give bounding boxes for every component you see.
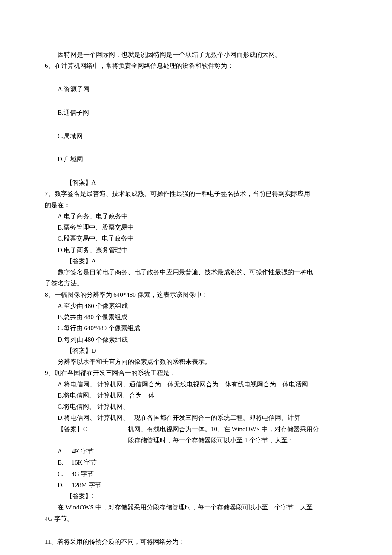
q10-option-a: A. 4K 字节 (45, 446, 347, 457)
q9-float-explanation: 现在各国都在开发三网合一的系统工程。即将电信网、计算 机网、有线电视网合为一体。… (134, 412, 347, 446)
q9-float-line2: 机网、有线电视网合为一体。10、在 WindOWS 中，对存储器采用分 (134, 424, 347, 435)
q8-answer: 【答案】D (45, 345, 347, 356)
q10-option-c: C. 4G 字节 (45, 468, 347, 479)
q8-option-a: A.至少由 480 个像素组成 (45, 300, 347, 311)
q7-option-a: A.电子商务、电子政务中 (45, 211, 347, 222)
q9-option-a: A.将电信网、 计算机网、通信网合为一体无线电视网合为一体有线电视网合为一体电话… (45, 379, 347, 390)
q9-stem: 9、现在各国都在开发三网合一的系统工程是： (45, 367, 347, 378)
q9-float-line3: 段存储管理时，每一个存储器段可以小至 1 个字节，大至： (134, 435, 347, 446)
q10-option-b: B. 16K 字节 (45, 457, 347, 468)
q8-stem: 8、一幅图像的分辨率为 640*480 像素，这表示该图像中： (45, 289, 347, 300)
q7-explanation-line2: 子签名方法。 (45, 278, 347, 289)
q6-stem: 6、在计算机网络中，常将负责全网络信息处理的设备和软件称为： (45, 60, 347, 71)
q9-wrap-block: 现在各国都在开发三网合一的系统工程。即将电信网、计算 机网、有线电视网合为一体。… (45, 412, 347, 446)
q6-option-c: C.局域网 (45, 131, 347, 142)
q8-option-c: C.每行由 640*480 个像素组成 (45, 323, 347, 334)
q6-option-d: D.广域网 (45, 154, 347, 165)
q7-option-b: B.票务管理中、股票交易中 (45, 222, 347, 233)
q6-option-a: A.资源子网 (45, 84, 347, 95)
q10-explanation-line2: 4G 字节。 (45, 513, 347, 524)
document-page: 因特网是一个网际网，也就是说因特网是一个联结了无数个小网而形成的大网。 6、在计… (0, 0, 392, 555)
q7-option-d: D.电子商务、票务管理中 (45, 244, 347, 256)
q10-explanation-line1: 在 WindOWS 中，对存储器采用分段存储管理时，每一个存储器段可以小至 1 … (45, 502, 347, 513)
q6-answer: 【答案】A (45, 177, 347, 188)
q11-stem: 11、若将采用的传输介质的不同，可将网络分为： (45, 536, 347, 547)
intro-line: 因特网是一个网际网，也就是说因特网是一个联结了无数个小网而形成的大网。 (45, 49, 347, 60)
q7-option-c: C.股票交易中、电子政务中 (45, 233, 347, 244)
q9-float-line1: 现在各国都在开发三网合一的系统工程。即将电信网、计算 (134, 412, 347, 423)
q7-explanation-line1: 数字签名是目前电子商务、电子政务中应用最普遍、技术最成熟的、可操作性最强的一种电 (45, 267, 347, 278)
q7-stem-line2: 的是在： (45, 200, 347, 211)
q8-option-d: D.每列由 480 个像素组成 (45, 334, 347, 345)
q7-answer: 【答案】A (45, 256, 347, 267)
q8-option-b: B.总共由 480 个像素组成 (45, 311, 347, 323)
q9-option-b: B.将电信网、 计算机网、合为一体 (45, 390, 347, 401)
q10-option-d: D. 128M 字节 (45, 479, 347, 491)
q10-answer: 【答案】C (45, 491, 347, 502)
q7-stem-line1: 7、数字签名是最普遍、技术最成熟、可操作性最强的一种电子签名技术，当前已得到实际… (45, 188, 347, 199)
q9-option-c: C.将电信网、 计算机网、 (45, 401, 347, 412)
q8-explanation: 分辨率以水平和垂直方向的像素点个数的乘积来表示。 (45, 356, 347, 367)
q6-option-b: B.通信子网 (45, 107, 347, 118)
